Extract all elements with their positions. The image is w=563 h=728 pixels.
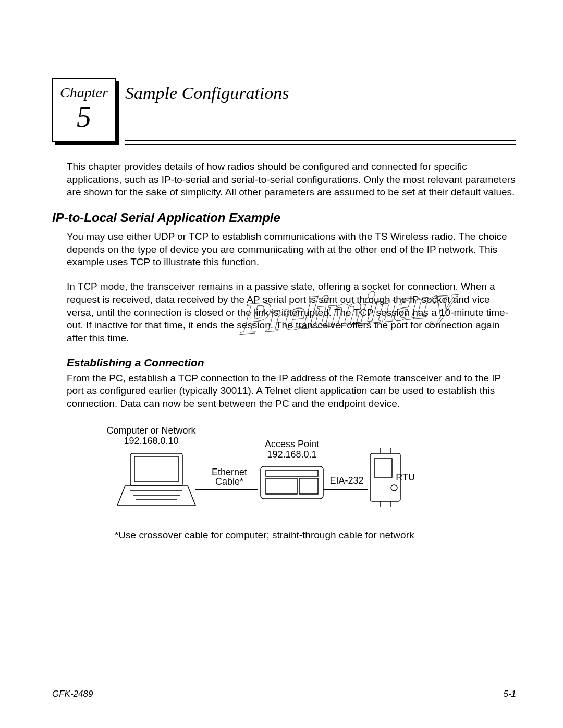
laptop-icon [117, 453, 195, 505]
computer-ip: 192.168.0.10 [124, 436, 178, 446]
chapter-label: Chapter [60, 84, 108, 101]
chapter-box: Chapter 5 [52, 78, 116, 142]
section1-p1: You may use either UDP or TCP to establi… [52, 230, 516, 269]
title-rule [125, 140, 516, 145]
svg-rect-0 [130, 453, 182, 486]
ap-ip: 192.168.0.1 [267, 449, 316, 460]
computer-label: Computer or Network [106, 425, 196, 436]
rtu-label: RTU [396, 472, 415, 483]
footer-right: 5-1 [503, 689, 516, 699]
section-heading-ip-to-local: IP-to-Local Serial Application Example [52, 211, 516, 225]
eia-label: EIA-232 [329, 475, 363, 486]
chapter-number: 5 [77, 101, 91, 133]
section1-p2: In TCP mode, the transceiver remains in … [52, 280, 516, 344]
access-point-icon [261, 466, 323, 499]
svg-rect-1 [134, 456, 178, 482]
subsection-heading-establishing: Establishing a Connection [52, 356, 516, 369]
svg-rect-7 [266, 470, 318, 476]
svg-point-13 [391, 485, 397, 491]
svg-rect-9 [299, 478, 318, 494]
svg-rect-8 [266, 478, 297, 494]
ethernet-label-2: Cable* [215, 476, 243, 487]
ethernet-label-1: Ethernet [212, 467, 247, 477]
diagram-caption: *Use crossover cable for computer; strai… [115, 529, 516, 541]
svg-rect-12 [374, 459, 392, 477]
network-diagram: Computer or Network 192.168.0.10 Etherne… [83, 422, 516, 523]
subsection1-p1: From the PC, establish a TCP connection … [52, 372, 516, 411]
ap-label: Access Point [265, 439, 319, 449]
chapter-title: Sample Configurations [125, 83, 516, 103]
intro-paragraph: This chapter provides details of how rad… [52, 161, 516, 199]
page: Chapter 5 Sample Configurations This cha… [0, 0, 563, 728]
page-footer: GFK-2489 5-1 [52, 689, 516, 699]
chapter-header: Chapter 5 Sample Configurations [52, 78, 516, 145]
footer-left: GFK-2489 [52, 689, 93, 699]
